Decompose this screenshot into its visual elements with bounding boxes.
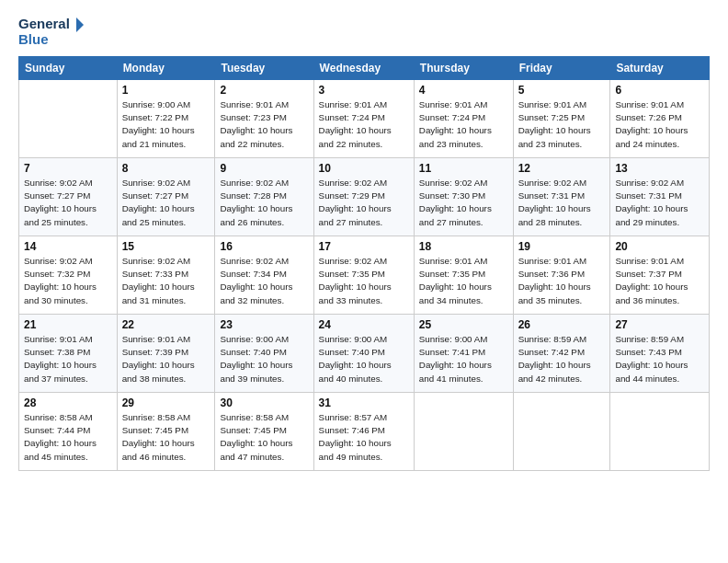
logo-general: General [18,17,87,32]
day-info: Sunrise: 9:00 AM Sunset: 7:22 PM Dayligh… [122,98,210,151]
day-number: 13 [615,162,704,175]
day-cell: 4Sunrise: 9:01 AM Sunset: 7:24 PM Daylig… [414,80,513,158]
week-row-5: 28Sunrise: 8:58 AM Sunset: 7:44 PM Dayli… [19,393,710,471]
day-info: Sunrise: 9:01 AM Sunset: 7:39 PM Dayligh… [122,333,210,385]
day-number: 26 [518,318,606,331]
day-number: 14 [24,240,112,253]
day-cell: 6Sunrise: 9:01 AM Sunset: 7:26 PM Daylig… [610,80,710,158]
day-number: 18 [419,240,508,253]
day-cell: 10Sunrise: 9:02 AM Sunset: 7:29 PM Dayli… [313,158,414,236]
day-number: 8 [122,162,210,175]
day-cell: 28Sunrise: 8:58 AM Sunset: 7:44 PM Dayli… [19,393,118,471]
day-info: Sunrise: 9:01 AM Sunset: 7:35 PM Dayligh… [419,255,508,307]
day-cell: 2Sunrise: 9:01 AM Sunset: 7:23 PM Daylig… [215,80,313,158]
day-number: 30 [220,396,308,409]
day-number: 1 [122,84,210,97]
day-number: 29 [122,396,210,409]
day-cell: 13Sunrise: 9:02 AM Sunset: 7:31 PM Dayli… [610,158,710,236]
day-cell: 14Sunrise: 9:02 AM Sunset: 7:32 PM Dayli… [19,236,118,315]
day-info: Sunrise: 9:00 AM Sunset: 7:40 PM Dayligh… [319,333,409,385]
day-cell: 3Sunrise: 9:01 AM Sunset: 7:24 PM Daylig… [313,80,414,158]
weekday-tuesday: Tuesday [215,57,313,80]
day-info: Sunrise: 9:02 AM Sunset: 7:27 PM Dayligh… [24,177,112,229]
day-number: 19 [518,240,606,253]
day-info: Sunrise: 8:57 AM Sunset: 7:46 PM Dayligh… [319,411,409,464]
day-cell: 31Sunrise: 8:57 AM Sunset: 7:46 PM Dayli… [313,393,414,471]
logo-blue: Blue [18,32,87,48]
day-number: 28 [24,396,112,409]
day-number: 27 [615,318,704,331]
week-row-2: 7Sunrise: 9:02 AM Sunset: 7:27 PM Daylig… [19,158,710,236]
week-row-1: 1Sunrise: 9:00 AM Sunset: 7:22 PM Daylig… [19,80,710,158]
week-row-4: 21Sunrise: 9:01 AM Sunset: 7:38 PM Dayli… [19,315,710,393]
day-cell: 27Sunrise: 8:59 AM Sunset: 7:43 PM Dayli… [610,315,710,393]
day-info: Sunrise: 9:02 AM Sunset: 7:34 PM Dayligh… [220,255,308,307]
day-number: 24 [319,318,409,331]
page: General Blue SundayMondayTuesdayWednesda… [0,0,728,563]
day-number: 12 [518,162,606,175]
day-number: 11 [419,162,508,175]
day-info: Sunrise: 9:01 AM Sunset: 7:38 PM Dayligh… [24,333,112,385]
day-cell: 16Sunrise: 9:02 AM Sunset: 7:34 PM Dayli… [215,236,313,315]
weekday-sunday: Sunday [19,57,118,80]
day-cell [414,393,513,471]
day-cell: 18Sunrise: 9:01 AM Sunset: 7:35 PM Dayli… [414,236,513,315]
day-number: 16 [220,240,308,253]
day-number: 15 [122,240,210,253]
day-cell: 20Sunrise: 9:01 AM Sunset: 7:37 PM Dayli… [610,236,710,315]
weekday-wednesday: Wednesday [313,57,414,80]
day-info: Sunrise: 9:01 AM Sunset: 7:26 PM Dayligh… [615,98,704,151]
day-number: 31 [319,396,409,409]
day-info: Sunrise: 9:01 AM Sunset: 7:24 PM Dayligh… [419,98,508,151]
day-info: Sunrise: 8:58 AM Sunset: 7:45 PM Dayligh… [122,411,210,464]
day-cell: 30Sunrise: 8:58 AM Sunset: 7:45 PM Dayli… [215,393,313,471]
day-cell: 5Sunrise: 9:01 AM Sunset: 7:25 PM Daylig… [513,80,610,158]
day-info: Sunrise: 8:58 AM Sunset: 7:44 PM Dayligh… [24,411,112,464]
day-number: 10 [319,162,409,175]
day-number: 23 [220,318,308,331]
day-info: Sunrise: 9:02 AM Sunset: 7:33 PM Dayligh… [122,255,210,307]
day-cell: 25Sunrise: 9:00 AM Sunset: 7:41 PM Dayli… [414,315,513,393]
day-cell [610,393,710,471]
day-cell: 23Sunrise: 9:00 AM Sunset: 7:40 PM Dayli… [215,315,313,393]
day-cell: 8Sunrise: 9:02 AM Sunset: 7:27 PM Daylig… [117,158,215,236]
day-info: Sunrise: 9:02 AM Sunset: 7:29 PM Dayligh… [319,177,409,229]
day-info: Sunrise: 9:02 AM Sunset: 7:31 PM Dayligh… [615,177,704,229]
day-number: 22 [122,318,210,331]
day-number: 7 [24,162,112,175]
day-info: Sunrise: 9:02 AM Sunset: 7:31 PM Dayligh… [518,177,606,229]
weekday-saturday: Saturday [610,57,710,80]
day-info: Sunrise: 9:00 AM Sunset: 7:41 PM Dayligh… [419,333,508,385]
day-number: 17 [319,240,409,253]
week-row-3: 14Sunrise: 9:02 AM Sunset: 7:32 PM Dayli… [19,236,710,315]
day-cell [19,80,118,158]
logo: General Blue [18,17,87,47]
day-number: 9 [220,162,308,175]
day-cell: 12Sunrise: 9:02 AM Sunset: 7:31 PM Dayli… [513,158,610,236]
day-info: Sunrise: 9:01 AM Sunset: 7:37 PM Dayligh… [615,255,704,307]
day-cell: 7Sunrise: 9:02 AM Sunset: 7:27 PM Daylig… [19,158,118,236]
day-info: Sunrise: 9:01 AM Sunset: 7:36 PM Dayligh… [518,255,606,307]
day-number: 20 [615,240,704,253]
day-info: Sunrise: 9:01 AM Sunset: 7:23 PM Dayligh… [220,98,308,151]
weekday-monday: Monday [117,57,215,80]
day-cell: 1Sunrise: 9:00 AM Sunset: 7:22 PM Daylig… [117,80,215,158]
day-cell: 29Sunrise: 8:58 AM Sunset: 7:45 PM Dayli… [117,393,215,471]
day-info: Sunrise: 9:02 AM Sunset: 7:30 PM Dayligh… [419,177,508,229]
day-cell: 21Sunrise: 9:01 AM Sunset: 7:38 PM Dayli… [19,315,118,393]
day-number: 25 [419,318,508,331]
day-number: 21 [24,318,112,331]
day-cell: 9Sunrise: 9:02 AM Sunset: 7:28 PM Daylig… [215,158,313,236]
day-number: 2 [220,84,308,97]
day-info: Sunrise: 8:59 AM Sunset: 7:43 PM Dayligh… [615,333,704,385]
weekday-header-row: SundayMondayTuesdayWednesdayThursdayFrid… [19,57,710,80]
weekday-friday: Friday [513,57,610,80]
day-info: Sunrise: 9:00 AM Sunset: 7:40 PM Dayligh… [220,333,308,385]
day-cell: 15Sunrise: 9:02 AM Sunset: 7:33 PM Dayli… [117,236,215,315]
day-info: Sunrise: 9:02 AM Sunset: 7:27 PM Dayligh… [122,177,210,229]
day-cell: 26Sunrise: 8:59 AM Sunset: 7:42 PM Dayli… [513,315,610,393]
day-cell: 17Sunrise: 9:02 AM Sunset: 7:35 PM Dayli… [313,236,414,315]
day-info: Sunrise: 8:59 AM Sunset: 7:42 PM Dayligh… [518,333,606,385]
day-number: 6 [615,84,704,97]
day-number: 4 [419,84,508,97]
